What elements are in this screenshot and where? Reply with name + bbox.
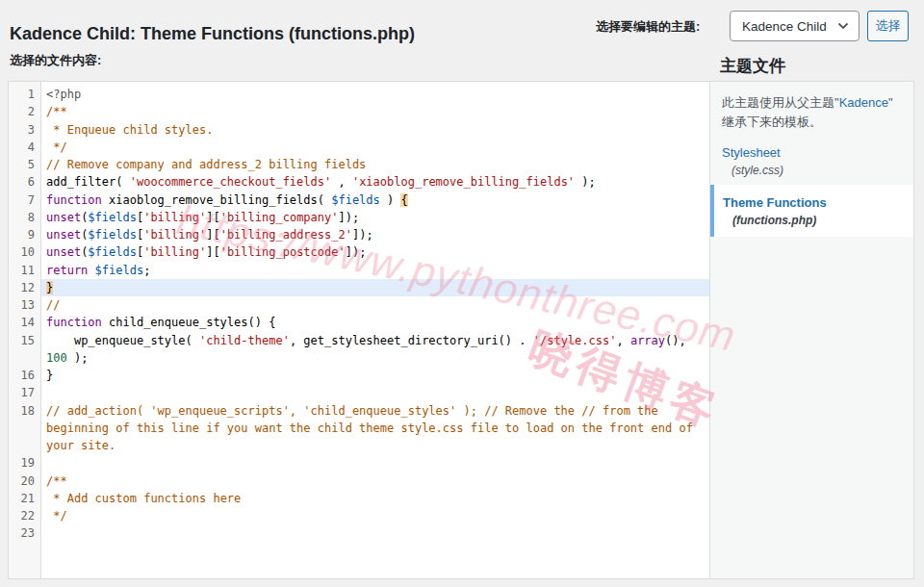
code-line-text[interactable] — [41, 454, 709, 472]
file-item-selected[interactable]: Theme Functions(functions.php) — [710, 185, 913, 237]
code-line: 15 wp_enqueue_style( 'child-theme', get_… — [9, 332, 709, 368]
theme-files-panel: 此主题使用从父主题"Kadence" 继承下来的模板。 Stylesheet(s… — [709, 81, 914, 579]
line-number: 14 — [9, 314, 41, 331]
code-line-text[interactable]: unset($fields['billing']['billing_compan… — [41, 209, 709, 226]
code-line-text[interactable]: return $fields; — [41, 262, 709, 279]
code-line-text[interactable]: * Add custom functions here — [41, 490, 709, 507]
code-line-text[interactable]: /** — [41, 472, 709, 490]
line-number: 16 — [9, 367, 41, 384]
chevron-down-icon — [837, 22, 849, 30]
line-number: 20 — [9, 472, 41, 490]
code-line: 9unset($fields['billing']['billing_addre… — [9, 226, 709, 243]
line-number: 7 — [9, 191, 41, 209]
code-editor[interactable]: 1<?php2/**3 * Enqueue child styles.4 */5… — [8, 81, 710, 579]
theme-select-label: 选择要编辑的主题: — [596, 18, 700, 36]
code-line-text[interactable]: unset($fields['billing']['billing_addres… — [41, 226, 709, 243]
file-name: (style.css) — [722, 164, 902, 177]
line-number: 21 — [9, 490, 41, 507]
file-content-label: 选择的文件内容: — [10, 52, 101, 69]
code-line-text[interactable]: <?php — [41, 86, 709, 103]
code-line: 21 * Add custom functions here — [9, 490, 709, 507]
parent-theme-link[interactable]: Kadence — [839, 95, 888, 110]
line-number: 23 — [9, 524, 41, 542]
line-number: 13 — [9, 296, 41, 314]
code-line-text[interactable]: } — [41, 279, 709, 296]
line-number: 8 — [9, 209, 41, 226]
code-line: 18// add_action( 'wp_enqueue_scripts', '… — [9, 402, 709, 455]
line-number: 18 — [9, 402, 41, 455]
page-title: Kadence Child: Theme Functions (function… — [10, 24, 415, 44]
line-number: 2 — [9, 103, 41, 120]
line-number: 17 — [9, 384, 41, 401]
code-line-text[interactable]: // add_action( 'wp_enqueue_scripts', 'ch… — [41, 402, 709, 455]
code-line: 23 — [9, 524, 709, 542]
code-line: 8unset($fields['billing']['billing_compa… — [9, 209, 709, 226]
code-line-text[interactable]: unset($fields['billing']['billing_postco… — [41, 243, 709, 261]
code-line: 11return $fields; — [9, 262, 709, 279]
theme-files-heading: 主题文件 — [720, 55, 785, 77]
line-number: 15 — [9, 332, 41, 368]
code-line: 20/** — [9, 472, 709, 490]
file-link[interactable]: Stylesheet — [722, 145, 781, 160]
file-name: (functions.php) — [723, 214, 902, 227]
theme-select-dropdown[interactable]: Kadence Child — [730, 11, 860, 41]
code-line: 5// Remove company and address_2 billing… — [9, 156, 709, 173]
code-line: 2/** — [9, 103, 709, 120]
theme-select-value: Kadence Child — [742, 19, 827, 34]
code-line: 13// — [9, 296, 709, 314]
code-line: 16} — [9, 367, 709, 384]
code-line-text[interactable]: // — [41, 296, 709, 314]
line-number: 12 — [9, 279, 41, 296]
line-number: 5 — [9, 156, 41, 173]
code-line-text[interactable] — [41, 524, 709, 542]
theme-editor-page: Kadence Child: Theme Functions (function… — [0, 0, 924, 587]
code-line: 19 — [9, 454, 709, 472]
code-line-text[interactable]: wp_enqueue_style( 'child-theme', get_sty… — [41, 332, 709, 368]
code-line-text[interactable]: function xiaoblog_remove_billing_fields(… — [41, 191, 709, 209]
code-line: 7function xiaoblog_remove_billing_fields… — [9, 191, 709, 209]
line-number: 6 — [9, 173, 41, 191]
code-line-text[interactable]: /** — [41, 103, 709, 120]
code-line: 14function child_enqueue_styles() { — [9, 314, 709, 331]
line-number: 1 — [9, 86, 41, 103]
line-number: 10 — [9, 243, 41, 261]
code-line-text[interactable]: add_filter( 'woocommerce_checkout_fields… — [41, 173, 709, 191]
select-theme-button[interactable]: 选择 — [867, 11, 909, 41]
code-line: 22 */ — [9, 507, 709, 524]
line-number: 3 — [9, 121, 41, 139]
code-line: 12} — [9, 279, 709, 296]
code-line: 1<?php — [9, 86, 709, 103]
code-line-text[interactable]: } — [41, 367, 709, 384]
code-line: 17 — [9, 384, 709, 401]
code-line-text[interactable]: */ — [41, 507, 709, 524]
code-line-text[interactable]: function child_enqueue_styles() { — [41, 314, 709, 331]
code-line: 4 */ — [9, 139, 709, 156]
line-number: 9 — [9, 226, 41, 243]
code-line-text[interactable]: * Enqueue child styles. — [41, 121, 709, 139]
file-item[interactable]: Stylesheet(style.css) — [710, 136, 913, 179]
code-line: 10unset($fields['billing']['billing_post… — [9, 243, 709, 261]
line-number: 4 — [9, 139, 41, 156]
theme-file-list: Stylesheet(style.css)Theme Functions(fun… — [710, 136, 913, 237]
line-number: 22 — [9, 507, 41, 524]
code-lines: 1<?php2/**3 * Enqueue child styles.4 */5… — [9, 82, 709, 543]
code-line-text[interactable] — [41, 384, 709, 401]
code-line: 6add_filter( 'woocommerce_checkout_field… — [9, 173, 709, 191]
line-number: 11 — [9, 262, 41, 279]
code-line-text[interactable]: */ — [41, 139, 709, 156]
code-line: 3 * Enqueue child styles. — [9, 121, 709, 139]
line-number: 19 — [9, 454, 41, 472]
code-line-text[interactable]: // Remove company and address_2 billing … — [41, 156, 709, 173]
parent-theme-notice: 此主题使用从父主题"Kadence" 继承下来的模板。 — [710, 82, 913, 136]
file-link[interactable]: Theme Functions — [723, 195, 827, 210]
